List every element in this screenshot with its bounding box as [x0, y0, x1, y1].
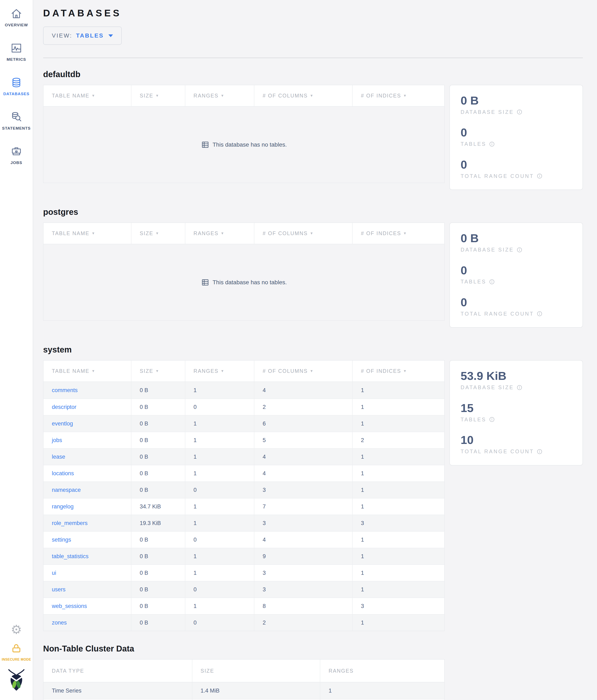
size-cell: 0 B [131, 449, 185, 465]
indices-cell: 3 [352, 515, 444, 531]
table-name-link[interactable]: eventlog [52, 421, 73, 427]
sidebar-item-metrics[interactable]: METRICS [0, 42, 33, 62]
sort-icon: ▼ [92, 94, 96, 98]
table-name-link[interactable]: descriptor [52, 404, 77, 410]
sort-header-indices[interactable]: # OF INDICES▼ [352, 223, 444, 244]
info-icon[interactable] [516, 384, 523, 391]
jobs-icon [10, 146, 22, 157]
info-icon[interactable] [516, 109, 523, 115]
sort-icon: ▼ [403, 231, 407, 235]
ranges-cell: 1 [320, 682, 444, 699]
sidebar-item-label: OVERVIEW [5, 23, 28, 27]
gear-icon[interactable]: ⚙ [11, 623, 22, 636]
sort-header-size[interactable]: SIZE▼ [131, 85, 185, 106]
insecure-mode-link[interactable]: INSECURE MODE [1, 643, 32, 661]
columns-cell: 5 [254, 432, 352, 448]
main-content: DATABASES VIEW: TABLES defaultdb TABLE N… [33, 0, 597, 700]
range-count-value: 10 [461, 433, 572, 447]
view-dropdown[interactable]: VIEW: TABLES [43, 27, 122, 45]
ranges-cell: 1 [185, 548, 254, 565]
sort-header-table-name[interactable]: TABLE NAME▼ [44, 223, 131, 244]
sort-header-size[interactable]: SIZE▼ [131, 223, 185, 244]
table-name-link[interactable]: web_sessions [52, 603, 87, 609]
indices-cell: 1 [352, 449, 444, 465]
info-icon[interactable] [537, 449, 543, 455]
chevron-down-icon [108, 34, 113, 37]
size-cell: 34.7 KiB [131, 498, 185, 515]
table-name-link[interactable]: role_members [52, 520, 88, 526]
size-cell: 0 B [131, 532, 185, 548]
database-name-heading: defaultdb [43, 70, 583, 79]
database-size-label: DATABASE SIZE [461, 247, 514, 253]
table-row: eventlog 0 B 1 6 1 [44, 415, 444, 432]
sidebar-item-label: JOBS [10, 160, 22, 165]
info-icon[interactable] [537, 310, 543, 317]
table-name-link[interactable]: ui [52, 570, 56, 576]
statements-icon [10, 111, 22, 123]
indices-cell: 1 [352, 465, 444, 481]
app-root: OVERVIEW METRICS DATABASES [0, 0, 597, 700]
db-section-postgres: postgres TABLE NAME▼ SIZE▼ RANGES▼ # OF … [43, 207, 583, 328]
ranges-cell: 1 [185, 565, 254, 581]
indices-cell: 1 [352, 498, 444, 515]
columns-cell: 3 [254, 482, 352, 498]
database-name-heading: postgres [43, 207, 583, 217]
columns-cell: 2 [254, 615, 352, 631]
sort-header-table-name[interactable]: TABLE NAME▼ [44, 360, 131, 381]
sort-header-indices[interactable]: # OF INDICES▼ [352, 360, 444, 381]
database-size-value: 53.9 KiB [461, 369, 572, 382]
header-divider [43, 58, 583, 58]
db-section-system: system TABLE NAME▼ SIZE▼ RANGES▼ # OF CO… [43, 345, 583, 631]
table-name-link[interactable]: namespace [52, 487, 81, 493]
view-dropdown-value: TABLES [76, 32, 104, 39]
info-icon[interactable] [489, 279, 495, 285]
sort-header-columns[interactable]: # OF COLUMNS▼ [254, 223, 352, 244]
table-row: jobs 0 B 1 5 2 [44, 432, 444, 448]
sort-icon: ▼ [155, 231, 159, 235]
sort-icon: ▼ [155, 94, 159, 98]
table-name-link[interactable]: locations [52, 470, 74, 477]
sidebar-item-label: METRICS [7, 57, 26, 62]
table-row: zones 0 B 0 2 1 [44, 614, 444, 631]
non-table-body: Time Series 1.4 MiB 1 Internal Use 142.5… [44, 682, 444, 700]
sort-header-ranges[interactable]: RANGES▼ [185, 223, 254, 244]
sort-icon: ▼ [155, 369, 159, 373]
header-data-type: DATA TYPE [44, 659, 192, 682]
size-cell: 0 B [131, 565, 185, 581]
ranges-cell: 0 [185, 399, 254, 415]
sort-header-ranges[interactable]: RANGES▼ [185, 360, 254, 381]
sort-header-size[interactable]: SIZE▼ [131, 360, 185, 381]
info-icon[interactable] [537, 173, 543, 179]
sidebar-item-statements[interactable]: STATEMENTS [0, 111, 33, 131]
database-stats-card: 0 B DATABASE SIZE 0 TABLES 0 TOTAL RANGE [449, 223, 583, 328]
sidebar-item-jobs[interactable]: JOBS [0, 146, 33, 165]
size-cell: 0 B [131, 581, 185, 598]
table-name-link[interactable]: comments [52, 387, 78, 394]
sort-header-indices[interactable]: # OF INDICES▼ [352, 85, 444, 106]
table-row: web_sessions 0 B 1 8 3 [44, 598, 444, 614]
table-name-link[interactable]: users [52, 586, 66, 593]
size-cell: 0 B [131, 482, 185, 498]
database-size-value: 0 B [461, 232, 572, 245]
sidebar-item-overview[interactable]: OVERVIEW [0, 8, 33, 27]
sort-header-columns[interactable]: # OF COLUMNS▼ [254, 360, 352, 381]
info-icon[interactable] [516, 247, 523, 253]
info-icon[interactable] [489, 416, 495, 423]
tables-count-label: TABLES [461, 279, 486, 285]
table-name-link[interactable]: jobs [52, 437, 62, 444]
table-name-link[interactable]: table_statistics [52, 553, 88, 559]
database-stats-card: 0 B DATABASE SIZE 0 TABLES 0 TOTAL RANGE [449, 85, 583, 190]
size-cell: 0 B [131, 465, 185, 481]
sort-header-ranges[interactable]: RANGES▼ [185, 85, 254, 106]
table-name-link[interactable]: settings [52, 536, 71, 543]
columns-cell: 4 [254, 449, 352, 465]
table-name-link[interactable]: rangelog [52, 503, 74, 510]
sort-header-columns[interactable]: # OF COLUMNS▼ [254, 85, 352, 106]
table-name-link[interactable]: lease [52, 454, 65, 460]
sort-header-table-name[interactable]: TABLE NAME▼ [44, 85, 131, 106]
table-name-link[interactable]: zones [52, 620, 67, 626]
sidebar-item-databases[interactable]: DATABASES [0, 77, 33, 96]
table-row: namespace 0 B 0 3 1 [44, 481, 444, 498]
columns-cell: 4 [254, 382, 352, 399]
info-icon[interactable] [489, 141, 495, 147]
